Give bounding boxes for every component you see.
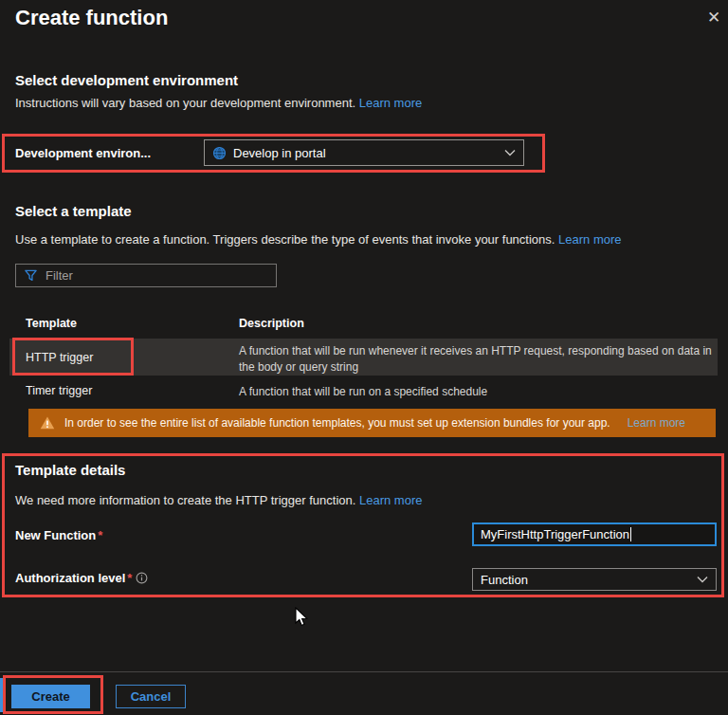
new-function-label: New Function*	[15, 528, 102, 542]
table-row-timer-trigger[interactable]: Timer trigger A function that will be ru…	[9, 378, 718, 402]
create-function-dialog: Create function ✕ Select development env…	[0, 0, 728, 715]
close-icon[interactable]: ✕	[707, 9, 720, 26]
info-icon[interactable]	[136, 572, 148, 584]
warning-banner: In order to see the entire list of avail…	[28, 409, 716, 437]
description-cell: A function that will be run on a specifi…	[239, 384, 718, 400]
template-cell: Timer trigger	[26, 384, 92, 397]
text-caret	[630, 527, 631, 541]
warning-icon	[40, 416, 55, 430]
required-asterisk: *	[127, 571, 132, 585]
column-header-description: Description	[239, 317, 304, 330]
dev-env-learn-more-link[interactable]: Learn more	[359, 96, 422, 110]
dev-env-field-label: Development environ...	[15, 146, 151, 160]
template-learn-more-link[interactable]: Learn more	[558, 232, 621, 247]
dialog-edge-accent	[0, 678, 3, 712]
details-learn-more-link[interactable]: Learn more	[359, 493, 422, 507]
column-header-template: Template	[26, 317, 77, 330]
template-cell: HTTP trigger	[26, 351, 93, 364]
template-description-text: Use a template to create a function. Tri…	[15, 232, 555, 247]
create-button[interactable]: Create	[11, 685, 90, 708]
details-description-text: We need more information to create the H…	[15, 493, 355, 507]
filter-box	[15, 264, 277, 287]
footer-divider	[0, 671, 728, 672]
dev-env-description-text: Instructions will vary based on your dev…	[15, 96, 355, 110]
page-title: Create function	[15, 6, 168, 30]
dev-env-dropdown-value: Develop in portal	[233, 146, 498, 160]
details-description: We need more information to create the H…	[15, 493, 422, 507]
globe-icon	[212, 146, 227, 160]
authorization-level-label: Authorization level*	[15, 571, 148, 585]
new-function-value: MyFirstHttpTriggerFunction	[481, 527, 629, 541]
template-heading: Select a template	[15, 203, 132, 219]
required-asterisk: *	[98, 528, 102, 542]
warning-learn-more-link[interactable]: Learn more	[628, 416, 685, 430]
details-heading: Template details	[15, 462, 125, 478]
chevron-down-icon	[504, 149, 516, 156]
mouse-cursor	[294, 607, 309, 631]
description-cell: A function that will be run whenever it …	[239, 343, 718, 376]
new-function-input[interactable]: MyFirstHttpTriggerFunction	[472, 522, 717, 546]
table-row-http-trigger[interactable]: HTTP trigger A function that will be run…	[9, 339, 718, 376]
dev-env-heading: Select development environment	[15, 72, 238, 88]
authorization-level-dropdown[interactable]: Function	[472, 568, 717, 591]
filter-input[interactable]	[46, 268, 268, 283]
dev-env-description: Instructions will vary based on your dev…	[15, 96, 422, 110]
dev-env-dropdown[interactable]: Develop in portal	[204, 139, 524, 166]
warning-text: In order to see the entire list of avail…	[64, 416, 610, 430]
cancel-button[interactable]: Cancel	[116, 685, 186, 708]
template-description: Use a template to create a function. Tri…	[15, 232, 622, 247]
authorization-level-value: Function	[481, 573, 690, 587]
filter-icon	[24, 268, 38, 283]
chevron-down-icon	[697, 576, 708, 583]
